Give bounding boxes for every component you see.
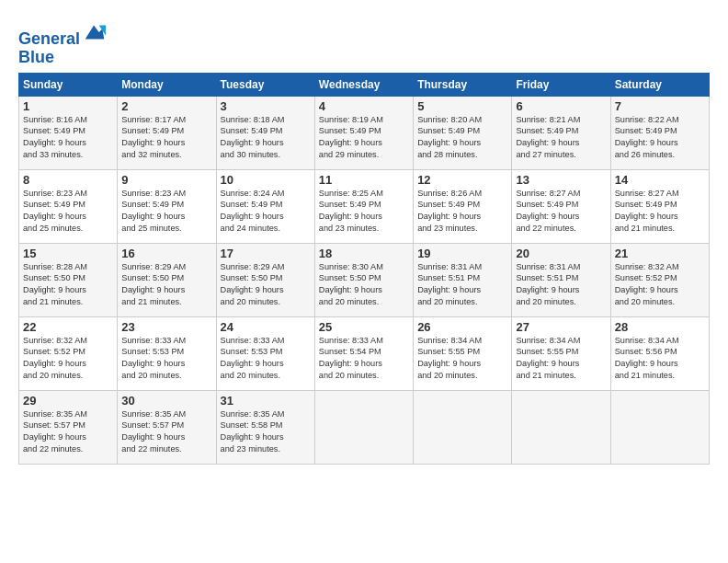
calendar-cell: 17 Sunrise: 8:29 AM Sunset: 5:50 PM Dayl… — [216, 243, 314, 316]
day-number: 17 — [221, 247, 311, 260]
day-number: 10 — [221, 173, 311, 187]
day-info: Sunrise: 8:25 AM Sunset: 5:49 PM Dayligh… — [319, 188, 409, 236]
calendar-week-row: 8 Sunrise: 8:23 AM Sunset: 5:49 PM Dayli… — [19, 169, 710, 243]
day-info: Sunrise: 8:35 AM Sunset: 5:57 PM Dayligh… — [121, 408, 211, 456]
calendar-week-row: 15 Sunrise: 8:28 AM Sunset: 5:50 PM Dayl… — [19, 243, 710, 316]
day-number: 1 — [23, 99, 113, 113]
calendar-cell: 26 Sunrise: 8:34 AM Sunset: 5:55 PM Dayl… — [414, 316, 512, 390]
calendar-cell — [314, 390, 413, 464]
day-info: Sunrise: 8:20 AM Sunset: 5:49 PM Dayligh… — [417, 114, 507, 162]
day-number: 5 — [417, 99, 507, 113]
day-number: 4 — [319, 99, 409, 113]
logo-text: General — [18, 18, 108, 49]
day-info: Sunrise: 8:17 AM Sunset: 5:49 PM Dayligh… — [121, 114, 211, 162]
calendar-table: SundayMondayTuesdayWednesdayThursdayFrid… — [18, 73, 710, 465]
day-info: Sunrise: 8:16 AM Sunset: 5:49 PM Dayligh… — [23, 114, 113, 162]
day-number: 15 — [23, 247, 113, 260]
calendar-cell: 12 Sunrise: 8:26 AM Sunset: 5:49 PM Dayl… — [414, 169, 512, 243]
calendar-cell: 14 Sunrise: 8:27 AM Sunset: 5:49 PM Dayl… — [610, 169, 709, 243]
calendar-cell: 21 Sunrise: 8:32 AM Sunset: 5:52 PM Dayl… — [610, 243, 709, 316]
day-info: Sunrise: 8:34 AM Sunset: 5:55 PM Dayligh… — [417, 335, 507, 383]
calendar-cell: 13 Sunrise: 8:27 AM Sunset: 5:49 PM Dayl… — [512, 169, 610, 243]
logo-icon — [82, 18, 108, 44]
day-info: Sunrise: 8:27 AM Sunset: 5:49 PM Dayligh… — [516, 188, 606, 236]
day-number: 14 — [615, 173, 705, 187]
day-info: Sunrise: 8:22 AM Sunset: 5:49 PM Dayligh… — [615, 114, 705, 162]
calendar-cell: 5 Sunrise: 8:20 AM Sunset: 5:49 PM Dayli… — [414, 96, 512, 169]
calendar-cell: 31 Sunrise: 8:35 AM Sunset: 5:58 PM Dayl… — [216, 390, 314, 464]
day-number: 20 — [516, 247, 606, 260]
weekday-header: Saturday — [610, 73, 709, 96]
calendar-cell: 15 Sunrise: 8:28 AM Sunset: 5:50 PM Dayl… — [19, 243, 118, 316]
calendar-cell: 2 Sunrise: 8:17 AM Sunset: 5:49 PM Dayli… — [118, 96, 216, 169]
calendar-cell: 22 Sunrise: 8:32 AM Sunset: 5:52 PM Dayl… — [19, 316, 118, 390]
calendar-cell: 7 Sunrise: 8:22 AM Sunset: 5:49 PM Dayli… — [610, 96, 709, 169]
weekday-header: Friday — [512, 73, 610, 96]
day-number: 9 — [121, 173, 211, 187]
day-number: 25 — [319, 320, 409, 334]
day-info: Sunrise: 8:31 AM Sunset: 5:51 PM Dayligh… — [417, 261, 507, 309]
day-number: 30 — [121, 394, 211, 408]
calendar-cell: 8 Sunrise: 8:23 AM Sunset: 5:49 PM Dayli… — [19, 169, 118, 243]
calendar-week-row: 22 Sunrise: 8:32 AM Sunset: 5:52 PM Dayl… — [19, 316, 710, 390]
day-info: Sunrise: 8:30 AM Sunset: 5:50 PM Dayligh… — [319, 261, 409, 309]
calendar-cell: 16 Sunrise: 8:29 AM Sunset: 5:50 PM Dayl… — [118, 243, 216, 316]
weekday-header: Tuesday — [216, 73, 314, 96]
calendar-cell: 24 Sunrise: 8:33 AM Sunset: 5:53 PM Dayl… — [216, 316, 314, 390]
day-number: 19 — [417, 247, 507, 260]
day-info: Sunrise: 8:24 AM Sunset: 5:49 PM Dayligh… — [221, 188, 311, 236]
day-number: 12 — [417, 173, 507, 187]
day-number: 27 — [516, 320, 606, 334]
calendar-cell: 6 Sunrise: 8:21 AM Sunset: 5:49 PM Dayli… — [512, 96, 610, 169]
day-number: 13 — [516, 173, 606, 187]
day-number: 21 — [615, 247, 705, 260]
weekday-header: Monday — [118, 73, 216, 96]
day-info: Sunrise: 8:26 AM Sunset: 5:49 PM Dayligh… — [417, 188, 507, 236]
calendar-week-row: 29 Sunrise: 8:35 AM Sunset: 5:57 PM Dayl… — [19, 390, 710, 464]
day-number: 7 — [615, 99, 705, 113]
day-info: Sunrise: 8:23 AM Sunset: 5:49 PM Dayligh… — [121, 188, 211, 236]
day-number: 23 — [121, 320, 211, 334]
day-number: 16 — [121, 247, 211, 260]
day-info: Sunrise: 8:32 AM Sunset: 5:52 PM Dayligh… — [615, 261, 705, 309]
day-info: Sunrise: 8:18 AM Sunset: 5:49 PM Dayligh… — [221, 114, 311, 162]
logo: General Blue — [18, 18, 108, 67]
calendar-cell: 30 Sunrise: 8:35 AM Sunset: 5:57 PM Dayl… — [118, 390, 216, 464]
day-number: 28 — [615, 320, 705, 334]
day-number: 24 — [221, 320, 311, 334]
calendar-cell — [512, 390, 610, 464]
weekday-header: Thursday — [414, 73, 512, 96]
day-number: 18 — [319, 247, 409, 260]
day-info: Sunrise: 8:29 AM Sunset: 5:50 PM Dayligh… — [121, 261, 211, 309]
day-number: 29 — [23, 394, 113, 408]
day-number: 8 — [23, 173, 113, 187]
day-info: Sunrise: 8:35 AM Sunset: 5:57 PM Dayligh… — [23, 408, 113, 456]
calendar-cell: 18 Sunrise: 8:30 AM Sunset: 5:50 PM Dayl… — [314, 243, 413, 316]
day-info: Sunrise: 8:23 AM Sunset: 5:49 PM Dayligh… — [23, 188, 113, 236]
calendar-cell: 20 Sunrise: 8:31 AM Sunset: 5:51 PM Dayl… — [512, 243, 610, 316]
day-info: Sunrise: 8:27 AM Sunset: 5:49 PM Dayligh… — [615, 188, 705, 236]
calendar-cell — [610, 390, 709, 464]
day-info: Sunrise: 8:28 AM Sunset: 5:50 PM Dayligh… — [23, 261, 113, 309]
calendar-cell: 19 Sunrise: 8:31 AM Sunset: 5:51 PM Dayl… — [414, 243, 512, 316]
calendar-header-row: SundayMondayTuesdayWednesdayThursdayFrid… — [19, 73, 710, 96]
calendar-cell: 28 Sunrise: 8:34 AM Sunset: 5:56 PM Dayl… — [610, 316, 709, 390]
calendar-cell: 25 Sunrise: 8:33 AM Sunset: 5:54 PM Dayl… — [314, 316, 413, 390]
day-number: 2 — [121, 99, 211, 113]
calendar-cell: 11 Sunrise: 8:25 AM Sunset: 5:49 PM Dayl… — [314, 169, 413, 243]
weekday-header: Wednesday — [314, 73, 413, 96]
day-info: Sunrise: 8:31 AM Sunset: 5:51 PM Dayligh… — [516, 261, 606, 309]
header: General Blue — [18, 15, 710, 67]
day-number: 22 — [23, 320, 113, 334]
calendar-cell — [414, 390, 512, 464]
calendar-cell: 23 Sunrise: 8:33 AM Sunset: 5:53 PM Dayl… — [118, 316, 216, 390]
day-info: Sunrise: 8:33 AM Sunset: 5:53 PM Dayligh… — [221, 335, 311, 383]
calendar-cell: 4 Sunrise: 8:19 AM Sunset: 5:49 PM Dayli… — [314, 96, 413, 169]
calendar-cell: 10 Sunrise: 8:24 AM Sunset: 5:49 PM Dayl… — [216, 169, 314, 243]
day-number: 31 — [221, 394, 311, 408]
weekday-header: Sunday — [19, 73, 118, 96]
logo-blue-text: Blue — [18, 48, 54, 66]
day-info: Sunrise: 8:34 AM Sunset: 5:55 PM Dayligh… — [516, 335, 606, 383]
calendar-cell: 3 Sunrise: 8:18 AM Sunset: 5:49 PM Dayli… — [216, 96, 314, 169]
calendar-cell: 27 Sunrise: 8:34 AM Sunset: 5:55 PM Dayl… — [512, 316, 610, 390]
